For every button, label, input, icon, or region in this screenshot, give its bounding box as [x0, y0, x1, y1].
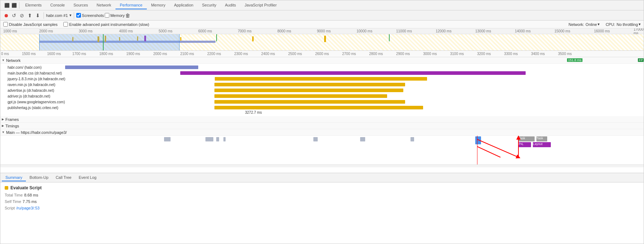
reload-button[interactable]: ↺: [10, 12, 18, 19]
net-row-habr: habr.com/ (habr.com): [0, 64, 644, 70]
main-section-header[interactable]: ▼ Main — https://habr.com/ru/page3/: [0, 129, 644, 136]
tab-performance[interactable]: Performance: [115, 1, 147, 9]
flame-chart[interactable]: Task Task P▪L Layout: [0, 136, 644, 164]
network-dropdown[interactable]: Online ▾: [586, 22, 600, 27]
self-time-label: Self Time: [5, 198, 21, 205]
screenshots-checkbox-label[interactable]: Screenshots: [76, 13, 104, 18]
ruler-main-3400: 3400 ms: [531, 52, 545, 56]
tab-summary[interactable]: Summary: [2, 174, 26, 181]
memory-checkbox[interactable]: [105, 13, 109, 18]
ruler-6000: 6000 ms: [198, 29, 212, 33]
ruler-main-2600: 2600 ms: [315, 52, 329, 56]
tab-console[interactable]: Console: [46, 1, 69, 9]
main-ruler: 0 ms 1500 ms 1600 ms 1700 ms 1800 ms 190…: [0, 51, 644, 57]
ruler-1000: 1000 ms: [3, 29, 17, 33]
task-block-7: [411, 137, 414, 141]
self-time-value: 7.75 ms: [23, 198, 37, 205]
horizontal-scrollbar[interactable]: [0, 164, 644, 167]
clear-button[interactable]: 🗑: [125, 13, 130, 18]
layout-bar: Layout: [533, 142, 551, 147]
task-block-2: [205, 137, 213, 141]
enable-paint-text: Enable advanced paint instrumentation (s…: [69, 22, 149, 27]
disable-js-samples-text: Disable JavaScript samples: [9, 22, 58, 27]
screenshots-checkbox[interactable]: [76, 13, 81, 18]
paint-bar: P▪L: [518, 142, 531, 147]
ruler-11000: 11000 ms: [396, 29, 412, 33]
timeline-scroll-area[interactable]: ▼ Network habr.com/ (habr.com) main.bund…: [0, 57, 644, 173]
tab-js-profiler[interactable]: JavaScript Profiler: [240, 1, 281, 9]
ruler-5000: 5000 ms: [159, 29, 172, 33]
tab-bottom-up[interactable]: Bottom-Up: [26, 174, 52, 181]
main-tab-bar: ⬛ ⬛ Elements Console Sources Network Per…: [0, 0, 644, 10]
options-row: Disable JavaScript samples Enable advanc…: [0, 21, 644, 28]
network-bars: habr.com/ (habr.com) main.bundle.css (dr…: [0, 64, 644, 116]
memory-checkbox-label[interactable]: Memory: [105, 13, 125, 18]
sep2: [44, 12, 44, 19]
cpu-dropdown[interactable]: No throttling ▾: [617, 22, 641, 27]
upload-button[interactable]: ⬆: [26, 12, 33, 19]
devtools-icon[interactable]: ⬛: [3, 2, 10, 9]
stop-button[interactable]: ⊘: [18, 12, 26, 19]
net-label-jquery: jquery-1.8.3.min.js (dr.habracdn.net): [0, 77, 65, 81]
tab-audits[interactable]: Audits: [221, 1, 240, 9]
ruler-main-2100: 2100 ms: [180, 52, 194, 56]
net-label-gpt: gpt.js (www.googletagservices.com): [0, 100, 65, 104]
ruler-13000: 13000 ms: [475, 29, 491, 33]
script-label: Script: [5, 205, 15, 211]
sep3: [74, 12, 74, 19]
net-label-adriver: adriver.js (dr.habracdn.net): [0, 94, 65, 98]
main-expand-icon: ▼: [2, 131, 5, 134]
download-button[interactable]: ⬇: [34, 12, 41, 19]
task-block-1: [164, 137, 171, 141]
selected-task[interactable]: [475, 136, 481, 144]
tab-event-log[interactable]: Event Log: [75, 174, 100, 181]
timestamp-row: 3272.7 ms: [0, 110, 644, 116]
ruler-main-1800: 1800 ms: [99, 52, 113, 56]
ruler-main-1500: 1500 ms: [22, 52, 36, 56]
tab-memory[interactable]: Memory: [147, 1, 170, 9]
dock-icon[interactable]: ⬛: [10, 2, 18, 9]
ruler-15000: 15000 ms: [554, 29, 570, 33]
memory-label: Memory: [110, 13, 125, 18]
disable-js-samples-label[interactable]: Disable JavaScript samples: [3, 22, 58, 27]
net-bar-advertise: [214, 89, 403, 92]
perf-toolbar: ⏺ ↺ ⊘ ⬆ ⬇ habr.com #1 ▾ Screenshots Memo…: [0, 10, 644, 21]
timings-section-header[interactable]: ▶ Timings 151.8 ms FP: [0, 123, 644, 129]
net-track-habr: [65, 65, 644, 69]
ruler-main-2500: 2500 ms: [288, 52, 302, 56]
main-label: Main — https://habr.com/ru/page3/: [6, 130, 67, 135]
ruler-main-2400: 2400 ms: [261, 52, 275, 56]
frames-label: Frames: [5, 117, 19, 122]
timeline-overview[interactable]: 1000 ms 2000 ms 3000 ms 4000 ms 5000 ms …: [0, 28, 644, 51]
network-section-header[interactable]: ▼ Network: [0, 57, 644, 64]
throttle-controls: Network: Online ▾ CPU: No throttling ▾: [568, 22, 641, 27]
ruler-10000: 10000 ms: [357, 29, 372, 33]
selection-box[interactable]: [39, 34, 180, 51]
timeline-minimap[interactable]: [0, 34, 644, 51]
cpu-select: CPU: No throttling ▾: [606, 22, 641, 27]
net-row-raven: raven.min.js (dr.habracdn.net): [0, 82, 644, 87]
enable-paint-label[interactable]: Enable advanced paint instrumentation (s…: [63, 22, 149, 27]
timings-label: Timings: [5, 124, 19, 128]
ruler-main-1900: 1900 ms: [126, 52, 140, 56]
net-row-advertise: advertise.js (dr.habracdn.net): [0, 87, 644, 93]
ruler-main-1600: 1600 ms: [47, 52, 61, 56]
tab-sources[interactable]: Sources: [69, 1, 92, 9]
ruler-main-3300: 3300 ms: [504, 52, 518, 56]
tab-security[interactable]: Security: [198, 1, 221, 9]
tab-network[interactable]: Network: [92, 1, 115, 9]
record-button[interactable]: ⏺: [3, 12, 10, 19]
target-selector: habr.com #1 ▾: [46, 13, 72, 18]
tab-elements[interactable]: Elements: [21, 1, 46, 9]
tab-call-tree[interactable]: Call Tree: [52, 174, 75, 181]
frames-section-header[interactable]: ▶ Frames: [0, 116, 644, 123]
screenshots-label: Screenshots: [82, 13, 104, 18]
script-link[interactable]: /ru/page3/:53: [16, 205, 40, 211]
target-dropdown-icon[interactable]: ▾: [69, 13, 72, 18]
mini-bar-7: [180, 37, 181, 41]
tab-application[interactable]: Application: [170, 1, 198, 9]
disable-js-samples-checkbox[interactable]: [3, 22, 8, 27]
enable-paint-checkbox[interactable]: [63, 22, 68, 27]
task-block-3: [216, 137, 219, 141]
summary-script-row: Script /ru/page3/:53: [5, 205, 639, 211]
